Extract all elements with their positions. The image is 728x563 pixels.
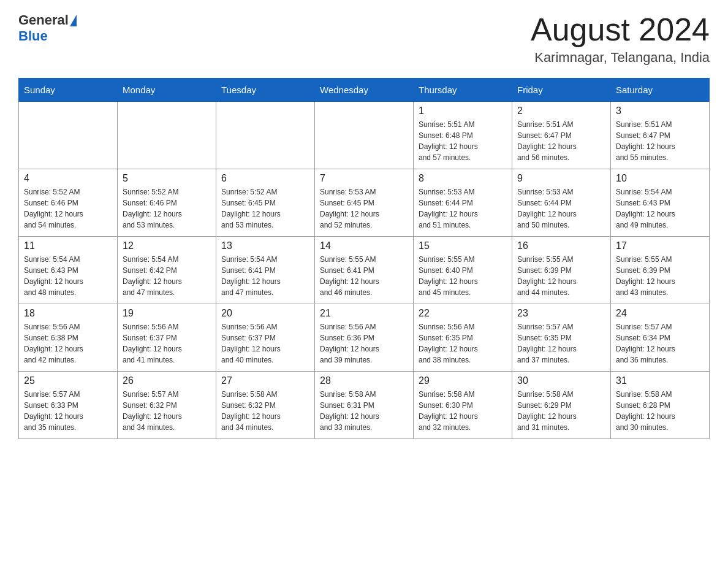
day-number: 27 [221,375,309,386]
day-info: Sunrise: 5:53 AM Sunset: 6:45 PM Dayligh… [320,186,408,231]
calendar-cell: 12Sunrise: 5:54 AM Sunset: 6:42 PM Dayli… [118,237,216,304]
calendar-table: SundayMondayTuesdayWednesdayThursdayFrid… [18,78,710,439]
calendar-cell: 10Sunrise: 5:54 AM Sunset: 6:43 PM Dayli… [611,169,710,237]
title-section: August 2024 Karimnagar, Telangana, India [531,12,710,66]
calendar-cell: 25Sunrise: 5:57 AM Sunset: 6:33 PM Dayli… [19,372,118,439]
location-title: Karimnagar, Telangana, India [531,50,710,66]
day-number: 7 [320,173,408,184]
calendar-cell: 7Sunrise: 5:53 AM Sunset: 6:45 PM Daylig… [315,169,414,237]
day-info: Sunrise: 5:54 AM Sunset: 6:43 PM Dayligh… [616,186,704,231]
day-number: 14 [320,240,408,251]
day-of-week-monday: Monday [118,79,216,102]
day-info: Sunrise: 5:52 AM Sunset: 6:45 PM Dayligh… [221,186,309,231]
days-of-week-row: SundayMondayTuesdayWednesdayThursdayFrid… [19,79,710,102]
calendar-cell: 23Sunrise: 5:57 AM Sunset: 6:35 PM Dayli… [512,304,611,372]
day-info: Sunrise: 5:58 AM Sunset: 6:32 PM Dayligh… [221,389,309,433]
day-info: Sunrise: 5:51 AM Sunset: 6:48 PM Dayligh… [419,119,507,163]
day-number: 19 [123,308,211,319]
calendar-cell: 24Sunrise: 5:57 AM Sunset: 6:34 PM Dayli… [611,304,710,372]
calendar-body: 1Sunrise: 5:51 AM Sunset: 6:48 PM Daylig… [19,102,710,439]
day-number: 29 [419,375,507,386]
day-info: Sunrise: 5:58 AM Sunset: 6:28 PM Dayligh… [616,389,704,433]
day-info: Sunrise: 5:57 AM Sunset: 6:32 PM Dayligh… [123,389,211,433]
month-title: August 2024 [531,12,710,47]
calendar-cell: 2Sunrise: 5:51 AM Sunset: 6:47 PM Daylig… [512,102,611,169]
calendar-cell: 16Sunrise: 5:55 AM Sunset: 6:39 PM Dayli… [512,237,611,304]
day-number: 12 [123,240,211,251]
day-info: Sunrise: 5:56 AM Sunset: 6:37 PM Dayligh… [123,321,211,366]
day-info: Sunrise: 5:54 AM Sunset: 6:41 PM Dayligh… [221,254,309,298]
day-info: Sunrise: 5:57 AM Sunset: 6:34 PM Dayligh… [616,321,704,366]
logo-triangle-icon [70,15,77,26]
logo-blue-text: Blue [18,28,77,44]
day-info: Sunrise: 5:54 AM Sunset: 6:42 PM Dayligh… [123,254,211,298]
week-row-2: 4Sunrise: 5:52 AM Sunset: 6:46 PM Daylig… [19,169,710,237]
calendar-cell: 4Sunrise: 5:52 AM Sunset: 6:46 PM Daylig… [19,169,118,237]
day-info: Sunrise: 5:52 AM Sunset: 6:46 PM Dayligh… [24,186,112,231]
calendar-cell: 21Sunrise: 5:56 AM Sunset: 6:36 PM Dayli… [315,304,414,372]
calendar-cell [315,102,414,169]
day-info: Sunrise: 5:55 AM Sunset: 6:40 PM Dayligh… [419,254,507,298]
day-info: Sunrise: 5:56 AM Sunset: 6:35 PM Dayligh… [419,321,507,366]
day-number: 15 [419,240,507,251]
day-of-week-sunday: Sunday [19,79,118,102]
day-number: 2 [517,105,605,117]
day-number: 1 [419,105,507,117]
week-row-5: 25Sunrise: 5:57 AM Sunset: 6:33 PM Dayli… [19,372,710,439]
day-info: Sunrise: 5:58 AM Sunset: 6:29 PM Dayligh… [517,389,605,433]
calendar-cell: 6Sunrise: 5:52 AM Sunset: 6:45 PM Daylig… [216,169,315,237]
day-info: Sunrise: 5:51 AM Sunset: 6:47 PM Dayligh… [517,119,605,163]
calendar-cell: 14Sunrise: 5:55 AM Sunset: 6:41 PM Dayli… [315,237,414,304]
calendar-cell: 30Sunrise: 5:58 AM Sunset: 6:29 PM Dayli… [512,372,611,439]
calendar-cell: 9Sunrise: 5:53 AM Sunset: 6:44 PM Daylig… [512,169,611,237]
day-number: 17 [616,240,704,251]
day-info: Sunrise: 5:56 AM Sunset: 6:36 PM Dayligh… [320,321,408,366]
calendar-cell: 20Sunrise: 5:56 AM Sunset: 6:37 PM Dayli… [216,304,315,372]
week-row-3: 11Sunrise: 5:54 AM Sunset: 6:43 PM Dayli… [19,237,710,304]
day-info: Sunrise: 5:56 AM Sunset: 6:37 PM Dayligh… [221,321,309,366]
day-of-week-thursday: Thursday [414,79,512,102]
day-info: Sunrise: 5:56 AM Sunset: 6:38 PM Dayligh… [24,321,112,366]
day-number: 8 [419,173,507,184]
calendar-cell: 17Sunrise: 5:55 AM Sunset: 6:39 PM Dayli… [611,237,710,304]
day-number: 28 [320,375,408,386]
day-of-week-friday: Friday [512,79,611,102]
calendar-cell [118,102,216,169]
calendar-cell: 1Sunrise: 5:51 AM Sunset: 6:48 PM Daylig… [414,102,512,169]
logo: General Blue [18,12,77,44]
day-info: Sunrise: 5:53 AM Sunset: 6:44 PM Dayligh… [517,186,605,231]
day-info: Sunrise: 5:58 AM Sunset: 6:30 PM Dayligh… [419,389,507,433]
calendar-cell: 28Sunrise: 5:58 AM Sunset: 6:31 PM Dayli… [315,372,414,439]
day-number: 6 [221,173,309,184]
day-number: 9 [517,173,605,184]
day-info: Sunrise: 5:52 AM Sunset: 6:46 PM Dayligh… [123,186,211,231]
day-number: 21 [320,308,408,319]
day-info: Sunrise: 5:54 AM Sunset: 6:43 PM Dayligh… [24,254,112,298]
page-header: General Blue August 2024 Karimnagar, Tel… [18,12,710,66]
calendar-cell [216,102,315,169]
day-number: 24 [616,308,704,319]
day-info: Sunrise: 5:51 AM Sunset: 6:47 PM Dayligh… [616,119,704,163]
day-number: 31 [616,375,704,386]
calendar-cell: 5Sunrise: 5:52 AM Sunset: 6:46 PM Daylig… [118,169,216,237]
day-info: Sunrise: 5:55 AM Sunset: 6:39 PM Dayligh… [517,254,605,298]
calendar-cell: 8Sunrise: 5:53 AM Sunset: 6:44 PM Daylig… [414,169,512,237]
day-number: 30 [517,375,605,386]
day-number: 5 [123,173,211,184]
day-number: 22 [419,308,507,319]
day-number: 10 [616,173,704,184]
calendar-cell: 11Sunrise: 5:54 AM Sunset: 6:43 PM Dayli… [19,237,118,304]
day-info: Sunrise: 5:55 AM Sunset: 6:41 PM Dayligh… [320,254,408,298]
calendar-cell: 31Sunrise: 5:58 AM Sunset: 6:28 PM Dayli… [611,372,710,439]
day-info: Sunrise: 5:58 AM Sunset: 6:31 PM Dayligh… [320,389,408,433]
calendar-cell: 22Sunrise: 5:56 AM Sunset: 6:35 PM Dayli… [414,304,512,372]
day-number: 20 [221,308,309,319]
day-number: 4 [24,173,112,184]
calendar-cell: 26Sunrise: 5:57 AM Sunset: 6:32 PM Dayli… [118,372,216,439]
day-number: 25 [24,375,112,386]
day-number: 13 [221,240,309,251]
day-of-week-wednesday: Wednesday [315,79,414,102]
calendar-cell: 15Sunrise: 5:55 AM Sunset: 6:40 PM Dayli… [414,237,512,304]
day-info: Sunrise: 5:55 AM Sunset: 6:39 PM Dayligh… [616,254,704,298]
day-info: Sunrise: 5:53 AM Sunset: 6:44 PM Dayligh… [419,186,507,231]
